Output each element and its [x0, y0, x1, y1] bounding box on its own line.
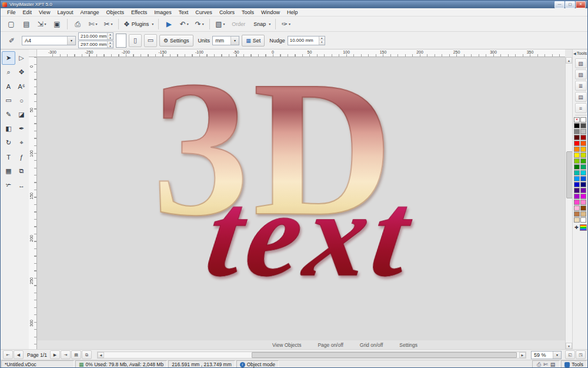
menu-view[interactable]: View	[35, 9, 54, 15]
chevron-down-icon[interactable]: ▾	[45, 22, 46, 26]
chevron-down-icon[interactable]: ▾	[289, 22, 290, 26]
print-button[interactable]: ⎙	[71, 18, 85, 31]
portrait-orientation-button[interactable]: ▯	[129, 34, 142, 47]
pen-tool[interactable]: ✒	[15, 122, 28, 135]
chevron-down-icon[interactable]: ▾	[223, 22, 225, 26]
color-swatch[interactable]	[580, 164, 586, 170]
menu-text[interactable]: Text	[175, 9, 192, 15]
page-toggle-link[interactable]: Page on/off	[318, 342, 343, 348]
color-swatch[interactable]	[580, 200, 586, 205]
menu-arrange[interactable]: Arrange	[76, 9, 102, 15]
chevron-down-icon[interactable]: ▾	[96, 22, 98, 26]
apply-button[interactable]: ▶	[162, 18, 176, 31]
color-swatch[interactable]	[580, 117, 586, 122]
align-panel-button[interactable]: ≡	[575, 103, 587, 113]
design-canvas[interactable]: 3D text	[37, 57, 565, 340]
menu-window[interactable]: Window	[258, 9, 283, 15]
view-objects-link[interactable]: View Objects	[272, 342, 301, 348]
scroll-down-icon[interactable]: ▼	[566, 343, 572, 349]
title-bar[interactable]: VinylMaster XPT 5.0 — ▢ ✕	[1, 1, 587, 8]
print-status-icon[interactable]: ⎙	[537, 362, 541, 368]
menu-help[interactable]: Help	[283, 9, 302, 15]
units-combo[interactable]: mm ▾	[212, 36, 239, 45]
fit-page-button[interactable]: ◱	[565, 350, 575, 359]
spin-down-icon[interactable]: ▼	[107, 37, 113, 40]
menu-colors[interactable]: Colors	[216, 9, 238, 15]
color-swatch[interactable]	[574, 182, 580, 187]
chevron-down-icon[interactable]: ▾	[553, 352, 561, 359]
scroll-right-icon[interactable]: ▶	[519, 352, 526, 358]
chevron-down-icon[interactable]: ▾	[202, 22, 204, 26]
pan-tool[interactable]: ✥	[15, 65, 28, 79]
cut-plot-button[interactable]: ✄▾	[86, 18, 100, 31]
zoom-combo[interactable]: 59 % ▾	[531, 351, 562, 359]
text-edit-tool[interactable]: T	[2, 150, 15, 164]
effects-tool[interactable]: ƒ	[15, 150, 28, 164]
color-swatch[interactable]	[580, 182, 586, 187]
color-swatch[interactable]	[580, 152, 586, 158]
display-status-icon[interactable]: ▤	[550, 362, 556, 367]
color-swatch[interactable]	[574, 129, 580, 134]
previous-page-button[interactable]: ◀	[14, 350, 24, 359]
gradient-swatch[interactable]	[580, 224, 587, 231]
ellipse-tool[interactable]: ○	[15, 94, 28, 107]
fill-panel-button[interactable]: ▧	[575, 58, 587, 68]
color-swatch[interactable]	[574, 152, 580, 158]
color-swatch[interactable]	[580, 158, 586, 164]
color-swatch[interactable]	[574, 188, 580, 193]
add-page-button[interactable]: ▤	[71, 350, 81, 359]
cutter-status-icon[interactable]: ✄	[543, 362, 548, 367]
spin-up-icon[interactable]: ▲	[319, 37, 325, 41]
color-swatch[interactable]	[580, 217, 586, 223]
color-swatch[interactable]	[580, 141, 586, 146]
menu-file[interactable]: File	[4, 9, 19, 15]
color-swatch[interactable]	[574, 194, 580, 199]
page-settings-button[interactable]: ⚙ Settings	[159, 35, 193, 47]
new-document-button[interactable]: ▢	[4, 18, 18, 31]
chevron-down-icon[interactable]: ▾	[269, 22, 270, 26]
color-swatch[interactable]	[580, 147, 586, 152]
menu-layout[interactable]: Layout	[54, 9, 76, 15]
color-swatch[interactable]	[574, 147, 580, 152]
shear-tool[interactable]: ◪	[15, 108, 28, 121]
next-page-button[interactable]: ▶	[50, 350, 60, 359]
spinner-arrows[interactable]: ▲ ▼	[319, 37, 325, 45]
fill-tool[interactable]: ◧	[2, 122, 15, 135]
chevron-down-icon[interactable]: ▾	[111, 22, 113, 26]
add-color-button[interactable]: ✚	[574, 225, 579, 230]
close-button[interactable]: ✕	[576, 1, 586, 8]
menu-curves[interactable]: Curves	[192, 9, 216, 15]
color-swatch[interactable]	[574, 164, 580, 170]
stroke-pen-button[interactable]: ✐	[5, 34, 19, 47]
menu-tools[interactable]: Tools	[238, 9, 258, 15]
chevron-down-icon[interactable]: ▾	[230, 37, 239, 45]
scroll-left-icon[interactable]: ◀	[98, 352, 104, 358]
text-styles-tool[interactable]: A⁶	[15, 79, 28, 93]
text-tool[interactable]: A	[2, 79, 15, 93]
color-swatch[interactable]	[574, 217, 580, 223]
horizontal-scrollbar-thumb[interactable]	[252, 352, 517, 358]
spin-down-icon[interactable]: ▼	[319, 41, 325, 45]
vertical-ruler[interactable]: 050100150200250300	[29, 57, 37, 349]
collapse-left-icon[interactable]: ◀	[573, 51, 576, 55]
spinner-arrows[interactable]: ▲ ▼	[107, 33, 113, 39]
measure-tool[interactable]: ↔	[15, 178, 28, 192]
chevron-down-icon[interactable]: ▾	[187, 22, 189, 26]
clone-tool[interactable]: ⧉	[15, 164, 28, 178]
objects-panel-button[interactable]: ▤	[575, 92, 587, 102]
page-width-field[interactable]: 210.000 mm ▲ ▼	[78, 32, 113, 40]
rotate-tool[interactable]: ↻	[2, 136, 15, 150]
color-swatch[interactable]	[580, 211, 586, 217]
stroke-panel-button[interactable]: ▨	[575, 69, 587, 79]
redo-button[interactable]: ↷▾	[192, 18, 206, 31]
import-button[interactable]: ⇲▾	[35, 18, 49, 31]
spin-down-icon[interactable]: ▼	[107, 45, 113, 48]
pencil-tool[interactable]: ✎	[2, 108, 15, 121]
minimize-button[interactable]: —	[554, 1, 564, 8]
color-swatch[interactable]	[574, 135, 580, 140]
open-button[interactable]: ▤	[19, 18, 34, 31]
chevron-down-icon[interactable]: ▾	[152, 22, 153, 26]
color-swatch[interactable]	[580, 123, 586, 128]
eyedropper-tool[interactable]: ⌖	[15, 136, 28, 150]
arrange-button[interactable]: ▧▾	[213, 18, 227, 31]
